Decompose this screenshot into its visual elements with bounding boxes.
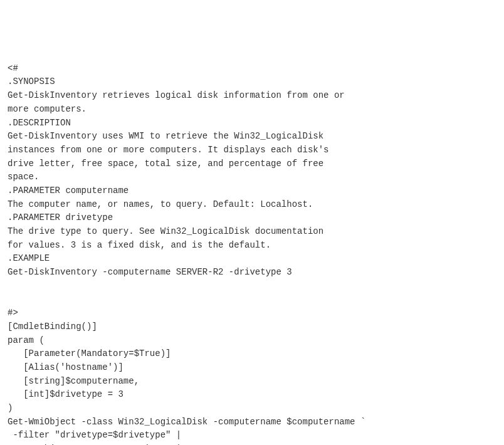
code-line: Get-WmiObject -class Win32_LogicalDisk -… [8, 417, 365, 427]
code-line: [Alias('hostname')] [8, 362, 123, 372]
code-line: Get-DiskInventory retrieves logical disk… [8, 90, 345, 100]
code-line: Get-DiskInventory uses WMI to retrieve t… [8, 131, 323, 141]
code-line: [Parameter(Mandatory=$True)] [8, 348, 171, 359]
code-line: instances from one or more computers. It… [8, 145, 328, 155]
code-line: .PARAMETER drivetype [8, 212, 113, 223]
code-line: drive letter, free space, total size, an… [8, 159, 323, 169]
code-line: -filter "drivetype=$drivetype" | [8, 430, 181, 440]
code-line: for values. 3 is a fixed disk, and is th… [8, 240, 271, 250]
code-line: The computer name, or names, to query. D… [8, 199, 313, 209]
code-line: param ( [8, 335, 45, 345]
code-line: space. [8, 172, 39, 182]
code-line: .SYNOPSIS [8, 76, 55, 86]
powershell-code-block: <# .SYNOPSIS Get-DiskInventory retrieves… [8, 62, 496, 445]
code-line: [int]$drivetype = 3 [8, 389, 123, 399]
code-line: .DESCRIPTION [8, 118, 71, 128]
code-line: #> [8, 308, 18, 318]
code-line: [string]$computername, [8, 376, 139, 386]
code-line: .PARAMETER computername [8, 186, 129, 196]
code-line: more computers. [8, 104, 87, 114]
code-line: [CmdletBinding()] [8, 322, 97, 332]
code-line: Get-DiskInventory -computername SERVER-R… [8, 267, 292, 277]
code-line: The drive type to query. See Win32_Logic… [8, 226, 323, 236]
code-line: .EXAMPLE [8, 253, 50, 263]
code-line: ) [8, 403, 13, 413]
code-line: <# [8, 63, 18, 73]
